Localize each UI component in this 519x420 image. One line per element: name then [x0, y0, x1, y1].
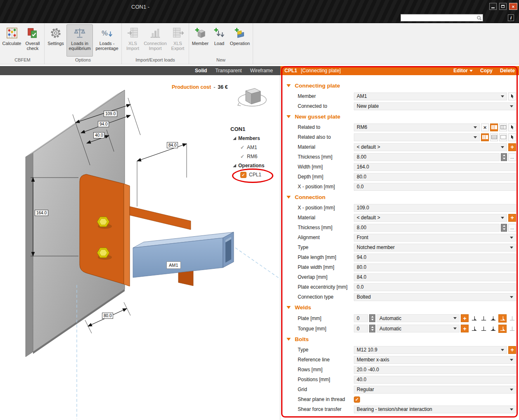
- spinner-up-icon[interactable]: [501, 154, 507, 157]
- more-options-button[interactable]: ...: [508, 224, 516, 232]
- plate-outline-option-button[interactable]: [499, 133, 507, 141]
- section-connection[interactable]: Connection: [280, 192, 519, 203]
- spinner-up-icon[interactable]: [370, 315, 375, 318]
- weld-option-icon[interactable]: [479, 314, 488, 323]
- close-button[interactable]: ×: [509, 3, 517, 10]
- weld-option-icon[interactable]: [489, 325, 497, 333]
- plate-eccentricity-input[interactable]: 0.0: [354, 283, 516, 291]
- reference-line-dropdown[interactable]: Member x-axis: [354, 356, 516, 364]
- spinner-down-icon[interactable]: [370, 329, 375, 332]
- section-new-gusset-plate[interactable]: New gusset plate: [280, 111, 519, 122]
- overlap-input[interactable]: 84.0: [354, 273, 516, 281]
- alignment-dropdown[interactable]: Front: [354, 234, 516, 242]
- pick-member-button[interactable]: [508, 93, 516, 100]
- section-welds[interactable]: Welds: [280, 302, 519, 313]
- maximize-button[interactable]: [499, 3, 507, 10]
- add-material-button[interactable]: +: [508, 143, 516, 151]
- thickness-spinner[interactable]: [501, 224, 507, 232]
- weld-option-icon[interactable]: [470, 325, 478, 333]
- weld-option-icon-active[interactable]: [498, 314, 507, 323]
- plate-edge-option-button[interactable]: [499, 123, 507, 131]
- section-connecting-plate[interactable]: Connecting plate: [280, 80, 519, 91]
- shear-force-transfer-dropdown[interactable]: Bearing - tension/shear interaction: [354, 406, 516, 413]
- remove-related-button[interactable]: ×: [481, 123, 489, 131]
- view-mode-wireframe[interactable]: Wireframe: [250, 68, 273, 74]
- connection-thickness-input[interactable]: 8.00: [354, 224, 500, 232]
- plate-side-option-button[interactable]: [490, 123, 498, 131]
- gusset-material-dropdown[interactable]: < default >: [354, 143, 507, 151]
- add-weld-button[interactable]: +: [461, 325, 469, 332]
- connection-material-dropdown[interactable]: < default >: [354, 214, 507, 222]
- weld-type-dropdown[interactable]: Automatic: [377, 314, 460, 322]
- calculate-button[interactable]: Calculate: [2, 24, 21, 57]
- plate-edge-option-button[interactable]: [490, 133, 498, 141]
- tree-operations-header[interactable]: Operations: [230, 161, 279, 170]
- spinner-up-icon[interactable]: [501, 224, 507, 228]
- view-mode-transparent[interactable]: Transparent: [215, 68, 242, 74]
- member-dropdown[interactable]: AM1: [354, 93, 507, 100]
- related-also-to-dropdown[interactable]: [354, 133, 480, 141]
- plate-length-input[interactable]: 94.0: [354, 254, 516, 261]
- add-weld-button[interactable]: +: [461, 314, 469, 322]
- weld-option-icon[interactable]: [489, 314, 497, 323]
- connection-type-dropdown[interactable]: Bolted: [354, 293, 516, 301]
- shear-plane-checkbox[interactable]: ✓: [354, 396, 360, 403]
- spinner-down-icon[interactable]: [501, 157, 507, 161]
- weld-option-icon-active[interactable]: [498, 325, 507, 333]
- bolt-positions-input[interactable]: 40.0: [354, 376, 516, 384]
- thickness-spinner[interactable]: [501, 153, 507, 161]
- weld-size-spinner[interactable]: [369, 314, 375, 322]
- loads-in-equilibrium-button[interactable]: Loads in equilibrium: [66, 24, 93, 57]
- related-to-dropdown[interactable]: RM6: [354, 123, 480, 131]
- editor-button[interactable]: Editor: [453, 68, 473, 74]
- viewport-3d[interactable]: Production cost-36 € 109.0 94.0 40.0 84.…: [0, 75, 280, 420]
- xls-export-button[interactable]: XLS Export: [168, 24, 187, 57]
- connected-to-dropdown[interactable]: New plate: [354, 102, 516, 110]
- tree-item-cpl1[interactable]: ✓ CPL1: [230, 170, 279, 179]
- add-bolt-assembly-button[interactable]: +: [508, 346, 516, 354]
- connection-import-button[interactable]: Connection Import: [143, 24, 167, 57]
- gusset-width-input[interactable]: 164.0: [354, 163, 516, 171]
- loads-percentage-button[interactable]: % Loads - percentage: [94, 24, 120, 57]
- plate-side-option-button[interactable]: [481, 133, 489, 141]
- tree-item-rm6[interactable]: ✓ RM6: [230, 152, 279, 161]
- settings-button[interactable]: Settings: [46, 24, 66, 57]
- more-options-button[interactable]: ...: [508, 153, 516, 161]
- bolt-rows-input[interactable]: 20.0 -40.0: [354, 366, 516, 374]
- weld-option-icon[interactable]: [508, 325, 516, 333]
- add-material-button[interactable]: +: [508, 214, 516, 222]
- spinner-down-icon[interactable]: [501, 228, 507, 231]
- gusset-x-position-input[interactable]: 0.0: [354, 183, 516, 191]
- operation-checkbox[interactable]: ✓: [240, 172, 246, 178]
- weld-option-icon[interactable]: [508, 314, 516, 323]
- spinner-down-icon[interactable]: [370, 318, 375, 322]
- weld-option-icon[interactable]: [479, 325, 488, 333]
- new-load-button[interactable]: Load: [211, 24, 228, 57]
- tree-item-am1[interactable]: ✓ AM1: [230, 143, 279, 152]
- tree-root-con1[interactable]: CON1: [230, 125, 279, 134]
- gusset-thickness-input[interactable]: 8.00: [354, 153, 500, 161]
- new-operation-button[interactable]: Operation: [228, 24, 251, 57]
- search-icon[interactable]: [475, 15, 483, 21]
- info-icon[interactable]: i: [508, 14, 514, 21]
- view-cube-icon[interactable]: [237, 86, 268, 114]
- type-dropdown[interactable]: Notched member: [354, 244, 516, 252]
- pick-related-button[interactable]: [508, 123, 516, 131]
- spinner-up-icon[interactable]: [370, 325, 375, 329]
- xls-import-button[interactable]: XLS Import: [123, 24, 142, 57]
- weld-size-input[interactable]: 0: [354, 325, 368, 332]
- view-mode-solid[interactable]: Solid: [195, 68, 207, 74]
- overall-check-button[interactable]: Overall check: [22, 24, 43, 57]
- connection-x-position-input[interactable]: 109.0: [354, 204, 516, 212]
- weld-type-dropdown[interactable]: Automatic: [377, 325, 460, 332]
- copy-button[interactable]: Copy: [480, 68, 493, 74]
- section-bolts[interactable]: Bolts: [280, 334, 519, 345]
- bolt-type-dropdown[interactable]: M12 10.9: [354, 346, 507, 354]
- minimize-button[interactable]: [489, 3, 497, 10]
- delete-button[interactable]: Delete: [500, 68, 515, 74]
- new-member-button[interactable]: Member: [190, 24, 210, 57]
- tree-members-header[interactable]: Members: [230, 134, 279, 143]
- gusset-depth-input[interactable]: 80.0: [354, 173, 516, 181]
- plate-width-input[interactable]: 80.0: [354, 263, 516, 271]
- search-input[interactable]: [401, 15, 475, 21]
